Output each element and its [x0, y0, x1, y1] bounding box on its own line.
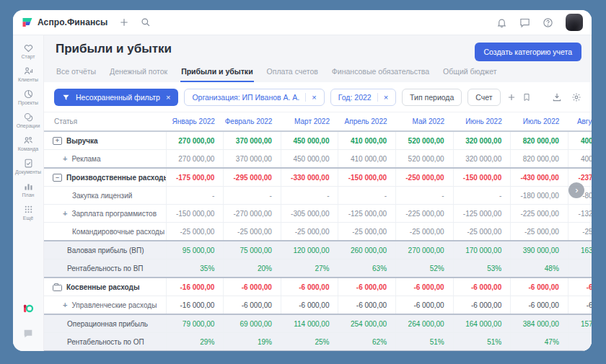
row-label-cell: +Реклама: [44, 150, 166, 169]
column-header-month-4[interactable]: Апрель 2022: [338, 112, 396, 131]
sidebar-item-clients[interactable]: Клиенты: [15, 66, 41, 82]
row-label-cell[interactable]: +Выручка: [44, 131, 166, 150]
sidebar-item-projects[interactable]: Проекты: [15, 89, 41, 105]
value-cell: -6 000,00: [224, 278, 281, 296]
help-icon[interactable]: [543, 17, 553, 28]
collapse-group-icon[interactable]: –: [53, 174, 62, 182]
sidebar-item-label: Проекты: [18, 100, 38, 105]
value-cell: 410 000,00: [338, 150, 396, 169]
column-header-month-3[interactable]: Март 2022: [281, 112, 338, 131]
support-chat-icon[interactable]: [22, 328, 34, 342]
unsaved-filter-chip[interactable]: Несохраненный фильтр ×: [54, 89, 178, 106]
value-cell: 120 000,00: [281, 241, 338, 259]
value-cell: -175 000,00: [166, 168, 224, 187]
report-card: Несохраненный фильтр × Организация: ИП И…: [44, 82, 592, 351]
value-cell: -225 000,00: [396, 205, 454, 223]
value-cell: 48%: [511, 259, 568, 278]
add-subitem-icon[interactable]: +: [63, 210, 67, 218]
user-avatar[interactable]: [566, 14, 583, 31]
value-cell: 157 000,00: [568, 314, 592, 333]
value-cell: 52%: [396, 259, 454, 278]
value-cell: 75 000,00: [224, 241, 281, 259]
notifications-bell-icon[interactable]: [496, 17, 507, 28]
funnel-icon: [62, 94, 70, 102]
tab-liabilities[interactable]: Финансовые обязательства: [331, 65, 430, 82]
tab-budget[interactable]: Общий бюджет: [442, 65, 498, 82]
value-cell: 320 000,00: [453, 131, 511, 150]
aspro-finance-logo-icon[interactable]: [22, 303, 34, 317]
add-button[interactable]: [119, 17, 129, 27]
scroll-right-button[interactable]: ›: [568, 182, 584, 198]
operations-icon: [23, 112, 34, 123]
column-header-month-6[interactable]: Июнь 2022: [453, 112, 511, 131]
value-cell: -225 000,00: [511, 205, 568, 223]
sidebar-item-more[interactable]: Ещё: [15, 204, 41, 221]
tab-pnl[interactable]: Прибыли и убытки: [180, 65, 253, 82]
value-cell: -6 000,00: [396, 296, 454, 315]
expand-group-icon[interactable]: +: [53, 137, 62, 145]
column-header-month-8[interactable]: Август 2022: [568, 112, 592, 131]
table-row: Рентабельность по ВП35%20%27%63%52%53%48…: [44, 259, 592, 278]
sidebar-item-start[interactable]: Старт: [15, 43, 41, 59]
sidebar-item-plan[interactable]: План: [15, 181, 41, 197]
documents-icon: [23, 158, 34, 169]
value-cell: 320 000,00: [453, 150, 511, 169]
pnl-table: СтатьяЯнварь 2022Февраль 2022Март 2022Ап…: [44, 112, 592, 351]
filter-chip-organization[interactable]: Организация: ИП Иванов А. А.×: [184, 89, 324, 106]
filter-chip-close-icon[interactable]: ×: [377, 93, 388, 102]
column-header-month-1[interactable]: Январь 2022: [166, 112, 224, 131]
search-icon[interactable]: [141, 17, 151, 27]
folder-icon[interactable]: [53, 285, 62, 291]
create-category-button[interactable]: Создать категорию учета: [475, 43, 581, 61]
row-label: Командировочные расходы: [72, 228, 164, 236]
table-actions: [552, 92, 581, 102]
unsaved-filter-label: Несохраненный фильтр: [76, 93, 160, 102]
column-header-month-2[interactable]: Февраль 2022: [224, 112, 281, 131]
filter-chip-close-icon[interactable]: ×: [305, 93, 316, 102]
filter-chip-period-type[interactable]: Тип периода: [402, 89, 462, 106]
value-cell: -150 000,00: [338, 168, 396, 187]
main-area: Прибыли и убытки Создать категорию учета…: [44, 35, 592, 351]
page-title: Прибыли и убытки: [56, 42, 172, 56]
row-label-cell: Командировочные расходы: [44, 223, 166, 241]
row-label-cell[interactable]: Косвенные расходы: [44, 278, 166, 296]
sidebar-item-label: Команда: [18, 146, 39, 151]
value-cell: -25 000,00: [568, 223, 592, 241]
row-label: Рентабельность по ВП: [67, 265, 144, 272]
value-cell: -: [224, 187, 281, 205]
value-cell: 69 000,00: [224, 314, 281, 333]
value-cell: 264 000,00: [396, 314, 454, 333]
sidebar-item-operations[interactable]: Операции: [15, 112, 41, 128]
value-cell: -6 000,00: [338, 296, 396, 315]
tab-all-reports[interactable]: Все отчёты: [56, 65, 97, 82]
sidebar-item-documents[interactable]: Документы: [15, 158, 41, 174]
column-header-month-7[interactable]: Июль 2022: [511, 112, 568, 131]
bookmark-icon[interactable]: [522, 92, 531, 102]
row-label: Зарплата программистов: [71, 210, 157, 218]
value-cell: 35%: [166, 259, 224, 278]
tab-invoices[interactable]: Оплата счетов: [266, 65, 319, 82]
row-label-cell[interactable]: –Производственные расходы: [44, 168, 166, 187]
value-cell: 450 000,00: [281, 150, 338, 169]
value-cell: -125 000,00: [338, 205, 396, 223]
add-subitem-icon[interactable]: +: [63, 155, 67, 163]
table-settings-gear-icon[interactable]: [571, 92, 581, 102]
column-header-month-5[interactable]: Май 2022: [396, 112, 454, 131]
download-icon[interactable]: [552, 92, 562, 102]
tab-cash-flow[interactable]: Денежный поток: [109, 65, 168, 82]
unsaved-filter-close-icon[interactable]: ×: [166, 93, 170, 102]
value-cell: 820 000,00: [511, 131, 568, 150]
filter-chip-year[interactable]: Год: 2022×: [330, 89, 396, 106]
add-subitem-icon[interactable]: +: [63, 301, 67, 309]
value-cell: -150 000,00: [453, 168, 511, 187]
messages-icon[interactable]: [519, 17, 530, 28]
row-label: Косвенные расходы: [66, 283, 139, 291]
sidebar-item-team[interactable]: Команда: [15, 135, 41, 151]
table-row: Валовая прибыль (ВП)95 000,0075 000,0012…: [44, 241, 592, 259]
plan-icon: [23, 181, 34, 192]
sidebar-items: СтартКлиентыПроектыОперацииКомандаДокуме…: [15, 43, 41, 227]
row-label-cell: Рентабельность по ВП: [44, 259, 166, 278]
app-window: Аспро.Финансы СтартКлиентыПроектыОпераци…: [13, 10, 592, 351]
filter-chip-account[interactable]: Счет: [467, 89, 500, 106]
add-filter-icon[interactable]: [506, 92, 517, 102]
